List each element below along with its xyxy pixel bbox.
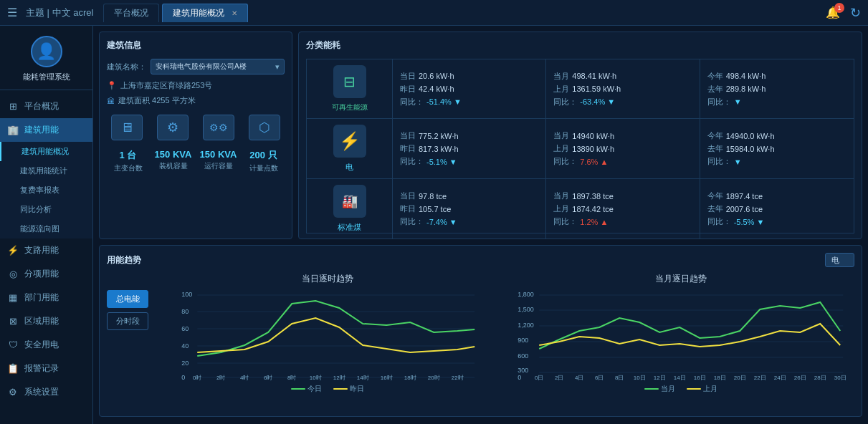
sidebar-brand: 能耗管理系统 [23, 72, 70, 82]
report-label: 报警记录 [24, 362, 59, 375]
menu-icon[interactable]: ☰ [7, 6, 17, 19]
classification-energy-panel: 分类能耗 ⊟ 可再生能源 当日20.6 kW·h 昨日42.4 kW·h 同比：… [298, 32, 862, 239]
sub-label: 分项用能 [24, 268, 59, 280]
cell-renewable-year: 今年498.4 kW·h 去年289.8 kW·h 同比：▼ [700, 59, 854, 119]
sidebar-item-sub[interactable]: ◎ 分项用能 [0, 262, 92, 286]
platform-icon: ⊞ [7, 101, 19, 112]
top-panels: 建筑信息 建筑名称： 安科瑞电气股份有限公司A楼 ▾ 📍 上海市嘉定区育绿路25… [99, 32, 862, 239]
trend-controls: 总电能 分时段 [107, 273, 148, 409]
svg-text:18日: 18日 [713, 375, 725, 381]
building-name-label: 建筑名称： [107, 62, 146, 72]
area-label: 区域用能 [24, 315, 59, 327]
sub-nav-overview[interactable]: 建筑用能概况 [0, 142, 92, 161]
svg-text:80: 80 [181, 308, 189, 315]
svg-text:6时: 6时 [264, 375, 272, 381]
safety-icon: 🛡 [7, 339, 19, 351]
electricity-icon: ⚡ [333, 125, 366, 158]
sub-nav-flow[interactable]: 能源流向图 [0, 219, 92, 238]
svg-text:10时: 10时 [310, 375, 322, 381]
chart-daily-title: 当日逐时趋势 [154, 273, 502, 285]
btn-time-period[interactable]: 分时段 [107, 312, 148, 330]
tab-building-energy[interactable]: 建筑用能概况 ✕ [162, 4, 247, 22]
dept-label: 部门用能 [24, 292, 59, 304]
cell-elec-year: 今年14940.0 kW·h 去年15984.0 kW·h 同比：▼ [700, 119, 854, 179]
cell-coal-year: 今年1897.4 tce 去年2007.6 tce 同比：-5.5% ▼ [700, 179, 854, 238]
topbar-title: 主题 | 中文 acrel [26, 6, 93, 19]
close-tab-icon[interactable]: ✕ [232, 9, 237, 17]
settings-label: 系统设置 [24, 386, 59, 398]
trend-title: 用能趋势 [107, 254, 141, 266]
sidebar-item-safety[interactable]: 🛡 安全用电 [0, 333, 92, 357]
refresh-icon[interactable]: ↻ [850, 5, 861, 21]
tab-platform[interactable]: 平台概况 [103, 4, 159, 22]
building-label: 建筑用能 [24, 124, 59, 136]
classification-title: 分类能耗 [306, 39, 854, 52]
device-label-2: 运行容量 [204, 161, 233, 171]
svg-text:14日: 14日 [673, 375, 685, 381]
cell-coal-day: 当日97.8 tce 昨日105.7 tce 同比：-7.4% ▼ [393, 179, 546, 238]
chevron-down-icon: ▾ [275, 62, 280, 72]
svg-text:8时: 8时 [287, 375, 296, 381]
sidebar-item-area[interactable]: ⊠ 区域用能 [0, 309, 92, 333]
device-stat-3: 200 只 计量点数 [242, 149, 285, 173]
area-building-icon: 🏛 [107, 97, 115, 105]
electricity-label: 电 [345, 162, 353, 173]
sidebar-item-dept[interactable]: ▦ 部门用能 [0, 286, 92, 309]
chart-monthly-svg: 1,800 1,500 1,200 900 600 300 0 [507, 288, 855, 381]
main-layout: 👤 能耗管理系统 ⊞ 平台概况 🏢 建筑用能 建筑用能概况 建筑用能统计 复费率… [0, 26, 868, 424]
sidebar: 👤 能耗管理系统 ⊞ 平台概况 🏢 建筑用能 建筑用能概况 建筑用能统计 复费率… [0, 26, 93, 424]
svg-text:20时: 20时 [428, 375, 440, 381]
svg-text:1,200: 1,200 [518, 322, 534, 329]
sub-nav-yoy[interactable]: 同比分析 [0, 200, 92, 219]
report-icon: 📋 [7, 363, 19, 375]
svg-text:22时: 22时 [452, 375, 464, 381]
sidebar-item-platform[interactable]: ⊞ 平台概况 [0, 95, 92, 118]
sidebar-item-branch[interactable]: ⚡ 支路用能 [0, 238, 92, 262]
svg-text:12日: 12日 [653, 375, 665, 381]
energy-trend-panel: 用能趋势 电 水 气 总电能 分时段 当日逐时趋势 [99, 245, 862, 417]
building-icon: 🏢 [7, 125, 19, 136]
building-address: 📍 上海市嘉定区育绿路253号 [107, 80, 285, 91]
svg-text:26日: 26日 [793, 375, 806, 381]
svg-text:16时: 16时 [381, 375, 393, 381]
avatar: 👤 [31, 36, 62, 67]
device-value-1: 150 KVA [155, 149, 192, 160]
sub-nav-stats[interactable]: 建筑用能统计 [0, 161, 92, 180]
energy-type-select[interactable]: 电 水 气 [825, 253, 854, 267]
cell-renewable-day: 当日20.6 kW·h 昨日42.4 kW·h 同比：-51.4% ▼ [393, 59, 546, 119]
svg-text:28日: 28日 [814, 375, 826, 381]
svg-text:8日: 8日 [615, 375, 624, 381]
device-value-2: 150 KVA [200, 149, 237, 160]
device-stat-1: 150 KVA 装机容量 [152, 149, 194, 173]
device-hex: ⬡ [244, 115, 285, 140]
svg-text:20: 20 [181, 360, 189, 367]
sidebar-item-report[interactable]: 📋 报警记录 [0, 357, 92, 380]
sub-nav-building: 建筑用能概况 建筑用能统计 复费率报表 同比分析 能源流向图 [0, 142, 92, 238]
device-stat-0: 1 台 主变台数 [107, 149, 149, 173]
gear2-icon: ⚙⚙ [203, 115, 234, 140]
svg-text:1,800: 1,800 [518, 291, 534, 298]
building-select[interactable]: 安科瑞电气股份有限公司A楼 ▾ [151, 59, 285, 74]
sidebar-item-settings[interactable]: ⚙ 系统设置 [0, 380, 92, 404]
svg-text:900: 900 [518, 337, 528, 344]
svg-text:20日: 20日 [733, 375, 745, 381]
sub-nav-tariff[interactable]: 复费率报表 [0, 180, 92, 200]
chart-daily-svg: 100 80 60 40 20 0 [154, 288, 502, 381]
btn-total-energy[interactable]: 总电能 [107, 290, 148, 308]
branch-icon: ⚡ [7, 245, 19, 256]
building-info-title: 建筑信息 [107, 39, 285, 52]
svg-text:22日: 22日 [753, 375, 766, 381]
device-gear1: ⚙ [153, 115, 193, 140]
svg-text:2时: 2时 [216, 375, 225, 381]
svg-text:600: 600 [518, 352, 528, 360]
svg-text:300: 300 [518, 367, 528, 374]
svg-text:6日: 6日 [595, 375, 604, 381]
svg-text:4日: 4日 [575, 375, 583, 381]
renewable-icon: ⊟ [333, 65, 366, 98]
branch-label: 支路用能 [24, 244, 59, 256]
sidebar-item-building[interactable]: 🏢 建筑用能 [0, 118, 92, 142]
trend-body: 总电能 分时段 当日逐时趋势 100 80 60 40 20 0 [107, 273, 854, 409]
sidebar-user: 👤 能耗管理系统 [0, 26, 92, 90]
cell-coal-month: 当月1897.38 tce 上月1874.42 tce 同比：1.2% ▲ [546, 179, 700, 238]
notification-icon[interactable]: 🔔 1 [826, 6, 840, 19]
